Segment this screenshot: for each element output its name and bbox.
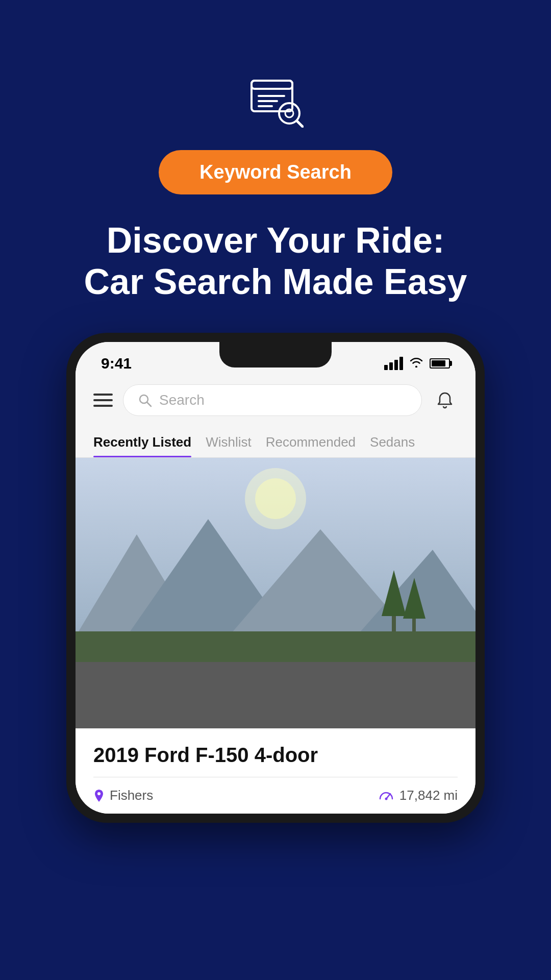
car-location: Fishers <box>93 788 153 803</box>
car-info-section: 2019 Ford F-150 4-door Fishers <box>76 728 475 814</box>
wifi-icon <box>409 356 423 371</box>
svg-line-6 <box>297 121 303 127</box>
top-section: Keyword Search Discover Your Ride: Car S… <box>0 0 551 333</box>
location-icon <box>93 789 105 803</box>
phone-notch <box>219 342 332 368</box>
svg-point-46 <box>385 797 387 800</box>
svg-line-9 <box>147 402 151 406</box>
search-icon <box>138 393 152 407</box>
status-time: 9:41 <box>101 355 132 372</box>
status-icons <box>384 356 450 371</box>
mileage-text: 17,842 mi <box>399 788 458 803</box>
app-logo-icon <box>247 71 304 150</box>
notification-icon[interactable] <box>432 387 458 413</box>
menu-icon[interactable] <box>93 394 113 407</box>
location-text: Fishers <box>110 788 153 803</box>
keyword-search-button[interactable]: Keyword Search <box>159 150 392 194</box>
hero-title: Discover Your Ride: Car Search Made Easy <box>54 220 498 302</box>
tab-recommended[interactable]: Recommended <box>266 425 370 457</box>
battery-icon <box>430 358 450 369</box>
signal-icon <box>384 357 403 370</box>
tab-wishlist[interactable]: Wishlist <box>206 425 266 457</box>
svg-rect-1 <box>252 81 292 89</box>
tab-sedans[interactable]: Sedans <box>370 425 429 457</box>
car-title: 2019 Ford F-150 4-door <box>93 744 458 767</box>
phone-screen: 9:41 <box>76 342 475 814</box>
car-divider <box>93 777 458 777</box>
car-meta: Fishers 17,842 mi <box>93 788 458 803</box>
search-input-label: Search <box>159 392 205 408</box>
svg-point-33 <box>255 478 296 519</box>
svg-rect-43 <box>76 662 475 728</box>
category-tabs: Recently Listed Wishlist Recommended Sed… <box>76 425 475 458</box>
svg-point-44 <box>97 792 101 795</box>
car-mileage: 17,842 mi <box>378 788 458 803</box>
car-listing-card[interactable]: F <box>76 458 475 814</box>
car-image: F <box>76 458 475 728</box>
speedometer-icon <box>378 789 394 803</box>
app-header: Search <box>76 375 475 425</box>
car-bg-scenery <box>76 458 475 728</box>
phone-frame: 9:41 <box>66 333 485 823</box>
tab-recently-listed[interactable]: Recently Listed <box>93 425 206 457</box>
phone-mockup: 9:41 <box>66 333 485 823</box>
search-bar[interactable]: Search <box>123 384 422 416</box>
